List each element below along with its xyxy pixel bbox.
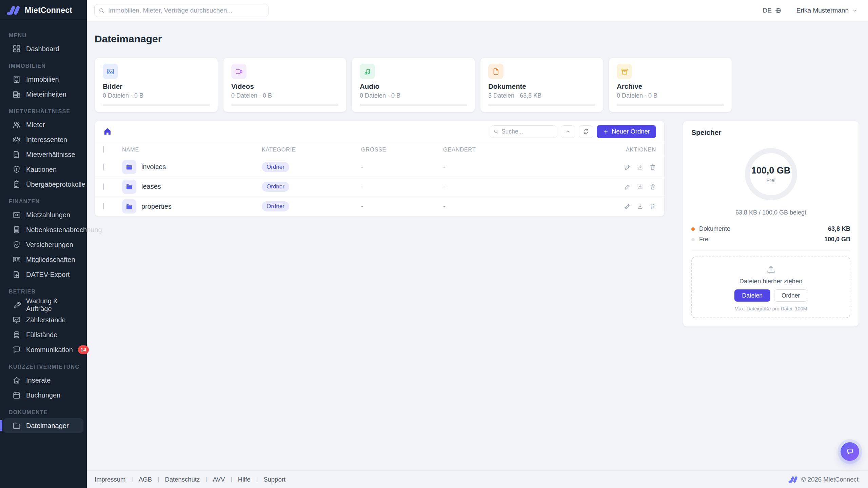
sidebar-item-inserate[interactable]: Inserate <box>3 373 83 388</box>
footer-link-agb[interactable]: AGB <box>139 476 152 483</box>
music-icon <box>363 67 372 76</box>
archive-icon <box>620 67 629 76</box>
download-icon <box>637 203 644 210</box>
edit-button[interactable] <box>624 203 631 210</box>
units-icon <box>12 90 21 99</box>
footer-link-support[interactable]: Support <box>263 476 285 483</box>
upload-dropzone[interactable]: Dateien hierher ziehen Dateien Ordner Ma… <box>691 257 850 318</box>
image-icon <box>103 64 118 79</box>
row-checkbox[interactable] <box>103 203 104 209</box>
table-header: NAMEKATEGORIEGRÖSSEGEÄNDERTAKTIONEN <box>95 142 664 157</box>
category-meta: 3 Dateien · 63,8 KB <box>488 92 595 99</box>
sidebar-item-immobilien[interactable]: Immobilien <box>3 72 83 87</box>
doc-file-icon <box>488 64 504 79</box>
footer-link-datenschutz[interactable]: Datenschutz <box>165 476 200 483</box>
category-usage-bar <box>617 104 724 106</box>
shield-check-icon <box>12 240 21 249</box>
sidebar-section: DOKUMENTE Dateimanager <box>0 403 87 433</box>
chat-button[interactable] <box>841 442 859 461</box>
divider <box>691 250 850 250</box>
sidebar-item-buchungen[interactable]: Buchungen <box>3 388 83 403</box>
select-all-checkbox[interactable] <box>103 146 104 153</box>
upload-icon <box>766 264 776 275</box>
users-icon <box>12 120 21 129</box>
trash-icon <box>649 203 656 210</box>
category-meta: 0 Dateien · 0 B <box>617 92 724 99</box>
delete-button[interactable] <box>649 203 656 210</box>
sidebar-section-label: IMMOBILIEN <box>0 56 87 72</box>
sidebar-item-mietverhaltnisse[interactable]: Mietverhältnisse <box>3 147 83 162</box>
category-card-audio[interactable]: Audio 0 Dateien · 0 B <box>352 58 475 112</box>
category-card-dokumente[interactable]: Dokumente 3 Dateien · 63,8 KB <box>480 58 604 112</box>
home-icon[interactable] <box>103 127 112 136</box>
sidebar-section-label: MENU <box>0 26 87 41</box>
legend-label: Dokumente <box>699 225 730 232</box>
download-button[interactable] <box>637 164 644 170</box>
sidebar-item-label: Mieter <box>26 121 45 129</box>
row-checkbox[interactable] <box>103 164 104 170</box>
table-row[interactable]: properties Ordner - - <box>95 197 664 216</box>
user-menu[interactable]: Erika Mustermann <box>796 7 858 14</box>
sidebar-item-mieter[interactable]: Mieter <box>3 117 83 132</box>
footer-links: ImpressumAGBDatenschutzAVVHilfeSupport <box>95 476 285 483</box>
copyright-text: © 2026 MietConnect <box>801 476 859 483</box>
topbar: DE Erika Mustermann <box>87 0 868 21</box>
sidebar-item-label: Dateimanager <box>26 422 69 430</box>
footer-link-hilfe[interactable]: Hilfe <box>238 476 251 483</box>
table-row[interactable]: invoices Ordner - - <box>95 157 664 177</box>
file-size: - <box>361 203 443 210</box>
category-meta: 0 Dateien · 0 B <box>231 92 338 99</box>
sidebar-item-kautionen[interactable]: Kautionen <box>3 162 83 177</box>
dashboard-icon <box>12 44 21 53</box>
table-row[interactable]: leases Ordner - - <box>95 177 664 197</box>
sidebar-item-zahlerstande[interactable]: Zählerstände <box>3 312 83 327</box>
sidebar-item-ubergabeprotokolle[interactable]: Übergabeprotokolle <box>3 177 83 192</box>
footer-link-avv[interactable]: AVV <box>213 476 225 483</box>
sidebar-item-nebenkostenabrechnung[interactable]: Nebenkostenabrechnung <box>3 222 83 237</box>
file-name: properties <box>141 203 172 210</box>
sidebar-item-interessenten[interactable]: Interessenten <box>3 132 83 147</box>
sidebar-item-datev-export[interactable]: DATEV-Export <box>3 267 83 282</box>
row-checkbox[interactable] <box>103 183 104 190</box>
delete-button[interactable] <box>649 183 656 190</box>
main-content: Dateimanager Bilder 0 Dateien · 0 B Vide… <box>87 21 868 470</box>
sidebar-item-dateimanager[interactable]: Dateimanager <box>3 418 83 433</box>
global-search-input[interactable] <box>94 4 269 17</box>
sidebar-item-kommunikation[interactable]: Kommunikation 14 <box>3 342 83 357</box>
category-card-bilder[interactable]: Bilder 0 Dateien · 0 B <box>95 58 218 112</box>
collapse-button[interactable] <box>561 125 575 138</box>
footer-link-impressum[interactable]: Impressum <box>95 476 126 483</box>
sidebar-item-fullstande[interactable]: Füllstände <box>3 327 83 342</box>
table-search-input[interactable] <box>490 125 557 138</box>
sidebar-item-label: Immobilien <box>26 76 59 83</box>
pencil-icon <box>624 203 631 210</box>
file-size: - <box>361 183 443 190</box>
storage-usage-summary: 63,8 KB / 100,0 GB belegt <box>691 209 850 216</box>
sidebar-item-mieteinheiten[interactable]: Mieteinheiten <box>3 87 83 102</box>
upload-files-button[interactable]: Dateien <box>734 289 770 302</box>
file-name: invoices <box>141 163 166 171</box>
category-card-archive[interactable]: Archive 0 Dateien · 0 B <box>609 58 732 112</box>
category-card-videos[interactable]: Videos 0 Dateien · 0 B <box>223 58 347 112</box>
language-switcher[interactable]: DE <box>763 7 781 14</box>
download-button[interactable] <box>637 203 644 210</box>
edit-button[interactable] <box>624 164 631 170</box>
new-folder-button[interactable]: Neuer Ordner <box>597 125 656 138</box>
upload-folder-button[interactable]: Ordner <box>774 289 807 302</box>
sidebar-item-wartung-auftrage[interactable]: Wartung & Aufträge <box>3 298 83 312</box>
doc-file-icon <box>492 67 500 76</box>
sidebar-item-versicherungen[interactable]: Versicherungen <box>3 237 83 252</box>
file-name: leases <box>141 183 161 190</box>
document-icon <box>12 150 21 159</box>
sidebar-item-dashboard[interactable]: Dashboard <box>3 41 83 56</box>
delete-button[interactable] <box>649 164 656 170</box>
chat-bubble-icon <box>846 447 854 456</box>
brand[interactable]: MietConnect <box>0 0 87 21</box>
sidebar-item-mietzahlungen[interactable]: Mietzahlungen <box>3 207 83 222</box>
download-button[interactable] <box>637 183 644 190</box>
refresh-button[interactable] <box>579 125 593 138</box>
category-usage-bar <box>103 104 210 106</box>
sidebar-section: KURZZEITVERMIETUNG Inserate Buchungen <box>0 357 87 403</box>
sidebar-item-mitgliedschaften[interactable]: Mitgliedschaften <box>3 252 83 267</box>
edit-button[interactable] <box>624 183 631 190</box>
